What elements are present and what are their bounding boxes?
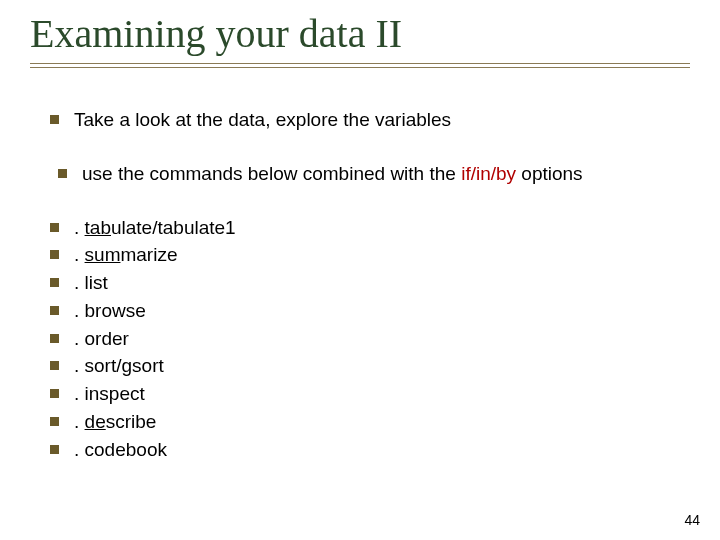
rule-top [30,63,690,64]
cmd-rest: scribe [106,411,157,432]
rule-bottom [30,67,690,68]
bullet-cmd-tabulate: . tabulate/tabulate1 [50,216,690,240]
cmd-rest: marize [120,244,177,265]
cmd-prefix: . [74,244,85,265]
cmd-text: . browse [74,300,146,321]
bullet-text: Take a look at the data, explore the var… [74,109,451,130]
bullet-cmd-browse: . browse [50,299,690,323]
page-number: 44 [684,512,700,528]
bullet-cmd-order: . order [50,327,690,351]
bullet-cmd-codebook: . codebook [50,438,690,462]
bullet-text-pre: use the commands below combined with the [82,163,461,184]
bullet-text-highlight: if/in/by [461,163,516,184]
cmd-text: . list [74,272,108,293]
title-underline [30,63,690,68]
cmd-abbrev: tab [85,217,111,238]
bullet-text-post: options [516,163,583,184]
cmd-rest: ulate/tabulate1 [111,217,236,238]
bullet-cmd-inspect: . inspect [50,382,690,406]
bullet-cmd-sort: . sort/gsort [50,354,690,378]
cmd-prefix: . [74,217,85,238]
bullet-cmd-describe: . describe [50,410,690,434]
cmd-abbrev: de [85,411,106,432]
cmd-text: . order [74,328,129,349]
cmd-abbrev: sum [85,244,121,265]
slide: Examining your data II Take a look at th… [0,0,720,540]
cmd-text: . codebook [74,439,167,460]
slide-title: Examining your data II [30,10,690,57]
bullet-intro: Take a look at the data, explore the var… [50,108,690,132]
bullet-options: use the commands below combined with the… [58,162,690,186]
cmd-prefix: . [74,411,85,432]
bullet-list: Take a look at the data, explore the var… [30,108,690,461]
cmd-text: . inspect [74,383,145,404]
cmd-text: . sort/gsort [74,355,164,376]
bullet-cmd-summarize: . summarize [50,243,690,267]
bullet-cmd-list: . list [50,271,690,295]
